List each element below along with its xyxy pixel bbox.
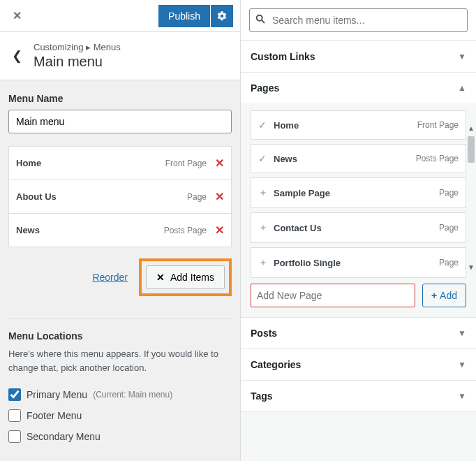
page-type: Front Page: [417, 120, 459, 130]
menu-name-input[interactable]: [8, 110, 232, 133]
page-type: Page: [439, 223, 459, 233]
menu-item-type: Front Page: [165, 159, 207, 168]
svg-line-1: [262, 20, 265, 23]
location-label: Secondary Menu: [27, 431, 101, 442]
page-type: Posts Page: [416, 154, 459, 163]
location-checkbox[interactable]: [8, 409, 21, 422]
page-title: Contact Us: [274, 223, 439, 233]
page-title: Sample Page: [274, 188, 439, 198]
plus-icon: +: [431, 290, 437, 301]
location-label: Footer Menu: [27, 410, 82, 421]
accordion-title: Categories: [251, 359, 458, 370]
remove-icon[interactable]: ✕: [215, 190, 224, 203]
page-row[interactable]: ＋Contact UsPage: [251, 212, 466, 243]
check-icon: ✓: [258, 153, 274, 164]
page-title: Portfolio Single: [274, 258, 439, 268]
page-row[interactable]: ✓HomeFront Page: [251, 110, 466, 140]
page-row[interactable]: ✓NewsPosts Page: [251, 144, 466, 173]
chevron-down-icon: ▼: [458, 360, 466, 369]
menu-item[interactable]: HomeFront Page✕: [9, 147, 231, 180]
search-icon: [255, 13, 266, 27]
add-items-label: Add Items: [170, 272, 214, 283]
location-checkbox[interactable]: [8, 430, 21, 443]
divider: [8, 319, 232, 319]
reorder-link[interactable]: Reorder: [92, 272, 128, 283]
page-row[interactable]: ＋Sample PagePage: [251, 177, 466, 208]
accordion-title: Pages: [251, 82, 458, 94]
location-label: Primary Menu: [27, 389, 87, 400]
menu-item-title: Home: [16, 158, 165, 168]
close-icon: ✕: [156, 272, 165, 283]
accordion-categories[interactable]: Categories ▼: [241, 349, 476, 380]
page-row[interactable]: ＋Portfolio SinglePage: [251, 247, 466, 278]
menu-item[interactable]: NewsPosts Page✕: [9, 214, 231, 247]
scroll-up-icon: ▲: [468, 124, 475, 132]
menu-item[interactable]: About UsPage✕: [9, 180, 231, 214]
plus-icon: ＋: [258, 186, 274, 199]
scrollbar[interactable]: ▲ ▼: [468, 124, 475, 271]
add-items-button[interactable]: ✕ Add Items: [146, 265, 225, 289]
accordion-posts[interactable]: Posts ▼: [241, 318, 476, 349]
menu-items-list: HomeFront Page✕About UsPage✕NewsPosts Pa…: [8, 146, 232, 247]
accordion-title: Custom Links: [251, 51, 458, 62]
scroll-thumb[interactable]: [468, 136, 475, 163]
page-type: Page: [439, 258, 459, 268]
location-item[interactable]: Primary Menu(Current: Main menu): [8, 384, 232, 405]
menu-item-type: Posts Page: [164, 226, 207, 235]
gear-icon[interactable]: [211, 5, 233, 27]
page-title: Home: [274, 120, 417, 131]
svg-point-0: [257, 15, 262, 21]
location-item[interactable]: Footer Menu: [8, 405, 232, 426]
check-icon: ✓: [258, 119, 274, 131]
add-page-button-label: Add: [440, 290, 457, 301]
chevron-up-icon: ▲: [458, 83, 466, 93]
menu-locations-desc: Here's where this menu appears. If you w…: [8, 347, 232, 374]
page-type: Page: [439, 188, 459, 198]
scroll-down-icon: ▼: [468, 263, 475, 271]
location-item[interactable]: Secondary Menu: [8, 426, 232, 447]
accordion-custom-links[interactable]: Custom Links ▼: [241, 41, 476, 72]
menu-name-label: Menu Name: [8, 93, 232, 104]
accordion-tags[interactable]: Tags ▼: [241, 381, 476, 411]
back-button[interactable]: ❮: [0, 48, 34, 64]
chevron-down-icon: ▼: [458, 328, 466, 338]
add-items-highlight: ✕ Add Items: [139, 258, 232, 296]
menu-item-title: News: [16, 225, 164, 235]
add-page-button[interactable]: + Add: [422, 284, 466, 307]
breadcrumb: Customizing ▸ Menus: [34, 42, 121, 52]
add-page-input[interactable]: [251, 284, 415, 307]
page-title: Main menu: [34, 54, 121, 70]
location-checkbox[interactable]: [8, 388, 21, 401]
chevron-down-icon: ▼: [458, 52, 466, 61]
chevron-down-icon: ▼: [458, 391, 466, 401]
accordion-pages[interactable]: Pages ▲: [241, 73, 476, 103]
accordion-title: Posts: [251, 328, 458, 339]
menu-item-title: About Us: [16, 191, 187, 202]
close-icon[interactable]: ✕: [0, 0, 34, 32]
location-extra: (Current: Main menu): [93, 390, 172, 400]
plus-icon: ＋: [258, 256, 274, 269]
page-title: News: [274, 154, 416, 164]
menu-locations-heading: Menu Locations: [8, 330, 232, 342]
plus-icon: ＋: [258, 221, 274, 234]
remove-icon[interactable]: ✕: [215, 224, 224, 237]
remove-icon[interactable]: ✕: [215, 156, 224, 170]
search-input[interactable]: [249, 8, 468, 32]
publish-button[interactable]: Publish: [158, 5, 210, 27]
menu-item-type: Page: [187, 192, 207, 202]
accordion-title: Tags: [251, 390, 458, 402]
